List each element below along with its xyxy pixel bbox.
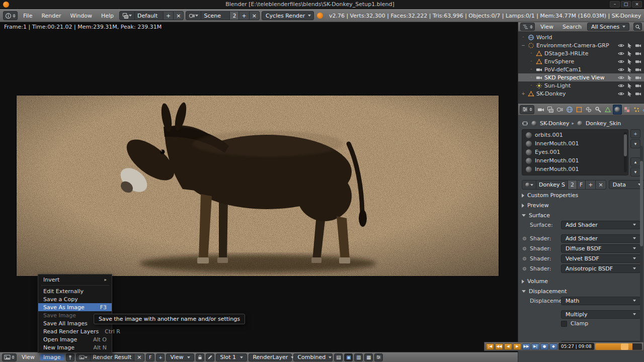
panel-surface[interactable]: Surface [522, 211, 640, 220]
close-button[interactable]: × [632, 1, 642, 8]
visibility-eye-icon[interactable] [618, 90, 624, 97]
expand-icon[interactable]: · [529, 75, 534, 80]
renderability-camera-icon[interactable] [635, 82, 641, 89]
visibility-eye-icon[interactable] [618, 58, 624, 65]
minimize-button[interactable]: – [610, 1, 620, 8]
grease-pencil-icon[interactable] [206, 353, 214, 361]
menu-view[interactable]: View [18, 354, 38, 360]
menu-item-save-a-copy[interactable]: Save a Copy [38, 295, 112, 303]
tab-particles[interactable] [632, 105, 641, 115]
frame-range-slider[interactable] [595, 343, 642, 350]
renderability-camera-icon[interactable] [635, 90, 641, 97]
move-slot-down-button[interactable]: ▾ [630, 167, 640, 176]
screen-layout-name[interactable]: Default [134, 11, 164, 20]
editor-type-button-properties[interactable] [520, 105, 534, 114]
panel-volume[interactable]: Volume [522, 277, 640, 286]
shader-dropdown[interactable]: Diffuse BSDF [561, 244, 640, 253]
maximize-button[interactable]: □ [621, 1, 631, 8]
outliner-menu-view[interactable]: View [537, 24, 557, 30]
screen-layout-add-button[interactable]: + [163, 11, 174, 20]
editor-type-button-info[interactable] [3, 11, 18, 20]
image-browse-icon[interactable] [76, 353, 91, 361]
menu-item-save-as-image[interactable]: Save As ImageF3 [38, 303, 112, 311]
displacement-dropdown[interactable]: Math [561, 297, 640, 305]
jump-to-end-button[interactable]: ▶| [531, 343, 539, 350]
tab-texture[interactable] [622, 105, 631, 115]
image-unlink-button[interactable]: × [134, 353, 144, 361]
expand-icon[interactable]: · [529, 59, 534, 64]
expand-icon[interactable]: · [529, 67, 534, 72]
material-browse-icon[interactable] [522, 180, 536, 190]
selectability-pointer-icon[interactable] [626, 66, 633, 73]
tab-constraints[interactable] [584, 105, 593, 115]
material-slot[interactable]: InnerMouth.001 [522, 165, 628, 173]
expand-icon[interactable]: · [529, 83, 534, 88]
menu-window[interactable]: Window [67, 13, 96, 19]
editor-type-button-outliner[interactable] [520, 23, 535, 31]
scene-name[interactable]: Scene [201, 11, 230, 20]
menu-item-open-image[interactable]: Open ImageAlt O [38, 335, 112, 343]
panel-preview[interactable]: Preview [522, 201, 640, 210]
material-name-field[interactable]: Donkey S [536, 180, 568, 190]
outliner-item-pov-defcam1[interactable]: · PoV-defCam1 [518, 65, 644, 73]
scene-add-button[interactable]: + [238, 11, 249, 20]
tab-scene[interactable] [555, 105, 565, 115]
jump-to-start-button[interactable]: |◀ [486, 343, 494, 350]
play-button[interactable]: ▶ [513, 343, 521, 350]
expand-icon[interactable]: · [529, 51, 534, 56]
scopes-icon[interactable] [374, 353, 383, 361]
selectability-pointer-icon[interactable] [626, 74, 633, 81]
fake-user-button[interactable]: F [146, 353, 154, 361]
menu-item-edit-externally[interactable]: Edit Externally [38, 287, 112, 295]
add-material-slot-button[interactable]: + [630, 129, 640, 138]
search-icon[interactable] [633, 23, 642, 31]
tab-object[interactable] [575, 105, 584, 115]
selectability-pointer-icon[interactable] [626, 90, 633, 97]
scene-users-count[interactable]: 2 [229, 11, 239, 20]
renderability-camera-icon[interactable] [635, 74, 641, 81]
image-name[interactable]: Render Result [90, 353, 135, 361]
shader-dropdown[interactable]: Velvet BSDF [561, 254, 640, 263]
render-layer-dropdown[interactable]: RenderLayer [249, 353, 292, 361]
outliner-item-skd-perspective-view[interactable]: · SKD Perspective View [518, 73, 644, 81]
material-slot-list[interactable]: orbits.001 InnerMouth.001 Eyes.001 Inner… [522, 129, 628, 175]
visibility-eye-icon[interactable] [618, 66, 624, 73]
menu-render[interactable]: Render [38, 13, 64, 19]
material-slot[interactable]: InnerMouth.001 [522, 139, 628, 148]
scene-browse-icon[interactable] [186, 11, 201, 20]
screen-layout-remove-button[interactable]: × [173, 11, 184, 20]
screen-layout-browse-icon[interactable] [119, 11, 135, 20]
material-slot[interactable]: Eyes.001 [522, 148, 628, 156]
visibility-eye-icon[interactable] [618, 82, 624, 89]
material-slot[interactable]: orbits.001 [522, 131, 628, 139]
material-slot[interactable]: InnerMouth.001 [522, 156, 628, 165]
outliner-scope-dropdown[interactable]: All Scenes [587, 23, 629, 31]
slot-dropdown[interactable]: Slot 1 [216, 353, 247, 361]
collapse-icon[interactable]: − [521, 43, 526, 48]
next-keyframe-button[interactable]: ▶▶ [522, 343, 530, 350]
play-reverse-button[interactable]: ◀ [504, 343, 512, 350]
renderability-camera-icon[interactable] [635, 42, 641, 49]
menu-help[interactable]: Help [98, 13, 117, 19]
outliner-item-envsphere[interactable]: · EnvSphere [518, 57, 644, 65]
move-slot-up-button[interactable]: ▴ [630, 157, 640, 166]
material-unlink-button[interactable]: × [595, 180, 606, 190]
clamp-checkbox[interactable] [561, 321, 567, 327]
lock-icon[interactable] [196, 353, 204, 361]
render-engine-dropdown[interactable]: Cycles Render [262, 11, 314, 20]
material-users-count[interactable]: 2 [568, 180, 577, 190]
outliner-item-dstage3-hrlite[interactable]: · DStage3-HRLite [518, 49, 644, 57]
material-specials-button[interactable]: ▾ [630, 139, 640, 148]
new-image-button[interactable]: + [156, 353, 165, 361]
menu-item-new-image[interactable]: New ImageAlt N [38, 343, 112, 351]
outliner-item-sun-light[interactable]: · Sun-Light [518, 81, 644, 89]
outliner-item-environment-camera-grp[interactable]: − Environment-Camera-GRP [518, 41, 644, 49]
tab-physics[interactable] [641, 105, 644, 115]
editor-type-button-image[interactable] [2, 353, 17, 361]
pin-icon[interactable] [66, 353, 74, 361]
renderability-camera-icon[interactable] [635, 50, 641, 57]
renderability-camera-icon[interactable] [635, 58, 641, 65]
tab-render-layers[interactable] [546, 105, 555, 115]
sync-button[interactable]: ◆ [549, 343, 557, 350]
menu-file[interactable]: File [20, 13, 36, 19]
